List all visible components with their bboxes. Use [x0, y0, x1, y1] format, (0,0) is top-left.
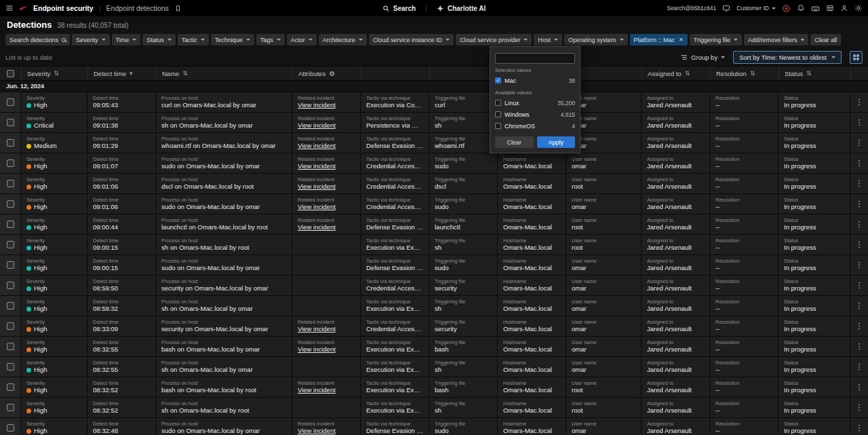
- row-checkbox[interactable]: [7, 424, 14, 432]
- view-incident-link[interactable]: View incident: [298, 223, 355, 231]
- filter-chip-triggering-file[interactable]: Triggering file: [690, 34, 742, 45]
- row-checkbox[interactable]: [7, 119, 14, 126]
- select-all-checkbox[interactable]: [7, 70, 14, 77]
- row-actions-kebab-icon[interactable]: ⋮: [856, 383, 863, 392]
- row-actions-kebab-icon[interactable]: ⋮: [856, 362, 863, 371]
- filter-chip-severity[interactable]: Severity: [72, 34, 110, 45]
- filter-chip-add-remove-filters[interactable]: Add/remove filters+: [744, 34, 808, 45]
- view-incident-link[interactable]: View incident: [298, 142, 355, 150]
- table-row[interactable]: Severity High Detect time 08:32:52 Proce…: [0, 398, 868, 417]
- column-header-attributes[interactable]: Attributes⚙: [292, 67, 360, 80]
- filter-chip-status[interactable]: Status: [142, 34, 176, 45]
- customer-badge-icon[interactable]: [782, 4, 791, 13]
- view-incident-link[interactable]: View incident: [298, 325, 355, 333]
- breadcrumb[interactable]: Endpoint detections: [106, 4, 169, 12]
- row-checkbox[interactable]: [7, 302, 14, 309]
- column-header-status[interactable]: Status⇅: [778, 67, 850, 80]
- row-actions-kebab-icon[interactable]: ⋮: [856, 240, 863, 249]
- hamburger-menu-icon[interactable]: [5, 4, 14, 12]
- platform-option-linux[interactable]: Linux35,200: [495, 97, 575, 109]
- filter-chip-cloud-service-instance-id[interactable]: Cloud service instance ID: [369, 34, 454, 45]
- row-actions-kebab-icon[interactable]: ⋮: [856, 179, 863, 188]
- column-header-assigned-to[interactable]: Assigned to⇅: [642, 67, 709, 80]
- row-actions-kebab-icon[interactable]: ⋮: [856, 200, 863, 208]
- filter-chip-clear-all[interactable]: Clear all: [810, 34, 841, 45]
- filter-chip-time[interactable]: Time: [112, 34, 141, 45]
- row-actions-kebab-icon[interactable]: ⋮: [856, 261, 863, 269]
- platform-option-chromeos[interactable]: ChromeOS4: [495, 120, 575, 132]
- table-row[interactable]: Severity High Detect time 08:32:55 Proce…: [0, 357, 868, 377]
- clear-button[interactable]: Clear: [495, 136, 534, 148]
- table-row[interactable]: Severity High Detect time 08:33:09 Proce…: [0, 316, 868, 336]
- table-row[interactable]: Severity High Detect time 08:59:32 Proce…: [0, 296, 868, 316]
- view-incident-link[interactable]: View incident: [298, 183, 355, 191]
- view-incident-link[interactable]: View incident: [298, 386, 355, 394]
- unchecked-checkbox[interactable]: [495, 123, 501, 129]
- row-actions-kebab-icon[interactable]: ⋮: [856, 403, 863, 412]
- row-checkbox[interactable]: [7, 404, 14, 411]
- row-checkbox[interactable]: [7, 282, 14, 289]
- row-checkbox[interactable]: [7, 363, 14, 371]
- filter-chip-tactic[interactable]: Tactic: [178, 34, 209, 45]
- filter-chip-platform-mac[interactable]: Platform :: Mac✕: [630, 34, 688, 45]
- table-row[interactable]: Severity High Detect time 09:05:43 Proce…: [0, 92, 868, 112]
- platform-filter-search-input[interactable]: [495, 53, 575, 64]
- row-actions-kebab-icon[interactable]: ⋮: [856, 138, 863, 147]
- row-checkbox[interactable]: [7, 180, 14, 187]
- row-actions-kebab-icon[interactable]: ⋮: [856, 281, 863, 290]
- table-row[interactable]: Severity High Detect time 08:32:48 Proce…: [0, 418, 868, 435]
- keyboard-icon[interactable]: [811, 4, 820, 13]
- row-actions-kebab-icon[interactable]: ⋮: [856, 423, 863, 432]
- filter-chip-operating-system[interactable]: Operating system: [564, 34, 628, 45]
- row-checkbox[interactable]: [7, 200, 14, 208]
- row-checkbox[interactable]: [7, 343, 14, 350]
- display-settings-sun-icon[interactable]: [854, 4, 863, 12]
- sort-dropdown[interactable]: Sort by Time: Newest to oldest: [733, 51, 842, 64]
- row-actions-kebab-icon[interactable]: ⋮: [856, 342, 863, 351]
- view-incident-link[interactable]: View incident: [298, 345, 355, 354]
- row-checkbox[interactable]: [7, 383, 14, 391]
- table-row[interactable]: Severity High Detect time 09:00:15 Proce…: [0, 255, 868, 275]
- row-actions-kebab-icon[interactable]: ⋮: [856, 220, 863, 229]
- column-header-name[interactable]: Name⇅: [156, 67, 292, 80]
- view-incident-link[interactable]: View incident: [298, 427, 355, 435]
- global-search-button[interactable]: Search: [382, 5, 416, 12]
- view-incident-link[interactable]: View incident: [298, 203, 355, 211]
- gear-icon[interactable]: ⚙: [329, 70, 335, 77]
- column-header-detect-time[interactable]: Detect time▾: [87, 67, 155, 80]
- row-checkbox[interactable]: [7, 261, 14, 269]
- table-row[interactable]: Severity High Detect time 09:01:06 Proce…: [0, 194, 868, 214]
- view-incident-link[interactable]: View incident: [298, 101, 355, 109]
- table-row[interactable]: Severity High Detect time 09:01:07 Proce…: [0, 153, 868, 173]
- table-row[interactable]: Severity Medium Detect time 09:01:29 Pro…: [0, 133, 868, 153]
- table-row[interactable]: Severity High Detect time 09:00:44 Proce…: [0, 214, 868, 234]
- row-checkbox[interactable]: [7, 322, 14, 330]
- filter-chip-cloud-service-provider[interactable]: Cloud service provider: [456, 34, 532, 45]
- group-by-button[interactable]: Group by: [680, 54, 725, 61]
- user-icon[interactable]: [840, 4, 848, 12]
- filter-chip-host[interactable]: Host: [534, 34, 562, 45]
- row-actions-kebab-icon[interactable]: ⋮: [856, 159, 863, 168]
- view-incident-link[interactable]: View incident: [298, 162, 355, 170]
- bookmark-icon[interactable]: [174, 5, 182, 12]
- row-checkbox[interactable]: [7, 98, 14, 106]
- notifications-bell-icon[interactable]: [797, 4, 805, 12]
- filter-chip-technique[interactable]: Technique: [211, 34, 254, 45]
- platform-option-mac[interactable]: ✓Mac38: [495, 75, 575, 86]
- row-checkbox[interactable]: [7, 139, 14, 147]
- checked-checkbox[interactable]: ✓: [495, 77, 501, 83]
- charlotte-ai-button[interactable]: Charlotte AI: [437, 5, 486, 12]
- filter-chip-tags[interactable]: Tags: [256, 34, 285, 45]
- table-row[interactable]: Severity Critical Detect time 09:01:38 P…: [0, 113, 868, 132]
- unchecked-checkbox[interactable]: [495, 100, 501, 106]
- filter-chip-search-detections[interactable]: Search detections: [5, 34, 70, 45]
- unchecked-checkbox[interactable]: [495, 111, 501, 117]
- window-icon[interactable]: [722, 4, 730, 12]
- platform-option-windows[interactable]: Windows4,815: [495, 109, 575, 120]
- table-row[interactable]: Severity High Detect time 08:32:55 Proce…: [0, 337, 868, 356]
- close-icon[interactable]: ✕: [679, 37, 684, 43]
- table-row[interactable]: Severity High Detect time 09:00:15 Proce…: [0, 235, 868, 254]
- table-row[interactable]: Severity High Detect time 08:59:50 Proce…: [0, 276, 868, 295]
- view-incident-link[interactable]: View incident: [298, 121, 355, 130]
- apply-button[interactable]: Apply: [537, 136, 576, 148]
